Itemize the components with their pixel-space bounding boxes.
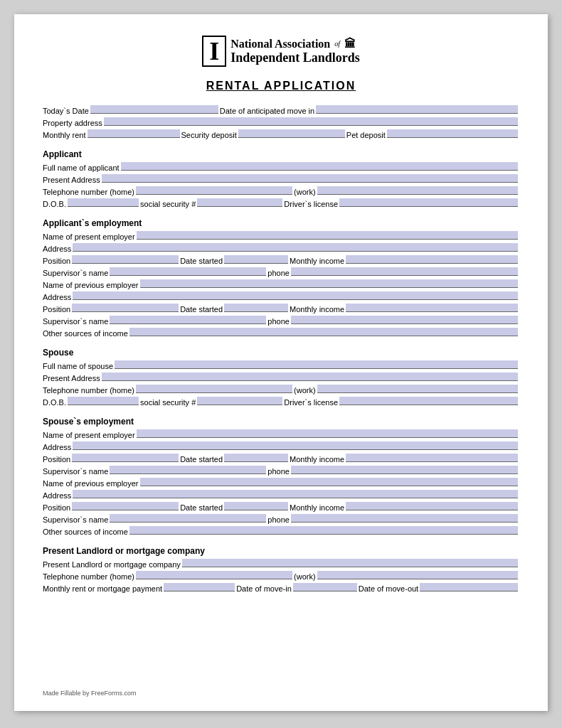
app-date-started-field[interactable]: [224, 255, 288, 264]
header: I National Association of 🏛 Independent …: [43, 36, 519, 67]
logo-of: of: [334, 40, 340, 48]
sp-other-income-field[interactable]: [129, 526, 518, 535]
landlord-movein-field[interactable]: [293, 583, 357, 592]
date-anticipated-label: Date of anticipated move in: [220, 107, 314, 115]
app-employer-field[interactable]: [137, 231, 518, 240]
app-prev-position-field[interactable]: [72, 304, 179, 312]
spouse-tel-home-label: Telephone number (home): [43, 386, 134, 395]
app-prev-date-started-field[interactable]: [224, 304, 288, 312]
sp-prev-monthly-income-label: Monthly income: [290, 503, 344, 512]
property-row: Property address: [43, 117, 519, 127]
sp-date-started-label: Date started: [180, 455, 223, 464]
landlord-company-label: Present Landlord or mortgage company: [43, 560, 181, 569]
applicant-tel-home-label: Telephone number (home): [43, 188, 134, 196]
app-prev-phone-field[interactable]: [291, 316, 518, 324]
sp-prev-employer-label: Name of previous employer: [43, 479, 139, 488]
sp-prev-phone-field[interactable]: [291, 514, 518, 523]
building-icon: 🏛: [344, 38, 356, 50]
app-position-label: Position: [43, 257, 70, 265]
logo: I National Association of 🏛 Independent …: [202, 36, 360, 67]
sp-date-started-field[interactable]: [224, 454, 288, 462]
app-supervisor-label: Supervisor`s name: [43, 269, 108, 277]
sp-phone-label: phone: [267, 467, 290, 476]
spouse-tel-work-label: (work): [294, 386, 316, 395]
sp-employer-label: Name of present employer: [43, 431, 135, 439]
monthly-rent-label: Monthly rent: [43, 131, 86, 139]
applicant-name-field[interactable]: [121, 162, 518, 171]
landlord-moveout-label: Date of move-out: [359, 584, 418, 593]
app-prev-monthly-income-field[interactable]: [346, 304, 518, 312]
sp-prev-phone-label: phone: [267, 515, 290, 524]
spouse-tel-work-field[interactable]: [317, 385, 518, 393]
landlord-payment-field[interactable]: [164, 583, 235, 592]
applicant-ssn-field[interactable]: [197, 198, 282, 207]
logo-text: National Association of 🏛 Independent La…: [230, 38, 360, 65]
sp-prev-position-label: Position: [43, 503, 70, 512]
sp-monthly-income-field[interactable]: [346, 454, 518, 462]
sp-prev-address-label: Address: [43, 491, 71, 500]
app-monthly-income-label: Monthly income: [290, 257, 344, 265]
app-prev-supervisor-label: Supervisor`s name: [43, 317, 108, 326]
sp-emp-address-field[interactable]: [73, 441, 518, 450]
app-emp-address-field[interactable]: [73, 243, 518, 252]
app-position-field[interactable]: [72, 255, 179, 264]
landlord-section: Present Landlord or mortgage company Pre…: [43, 546, 519, 593]
date-row: Today`s Date Date of anticipated move in: [43, 105, 519, 115]
landlord-tel-work-field[interactable]: [317, 571, 518, 579]
app-other-income-label: Other sources of income: [43, 329, 128, 338]
sp-position-label: Position: [43, 455, 70, 464]
app-supervisor-field[interactable]: [110, 267, 266, 276]
sp-phone-field[interactable]: [291, 466, 518, 474]
applicant-dob-field[interactable]: [68, 198, 139, 207]
sp-prev-supervisor-field[interactable]: [110, 514, 266, 523]
todays-date-field[interactable]: [90, 105, 218, 114]
spouse-dl-field[interactable]: [339, 397, 518, 405]
sp-employer-field[interactable]: [137, 429, 518, 438]
sp-prev-monthly-income-field[interactable]: [346, 502, 518, 510]
applicant-tel-work-field[interactable]: [317, 186, 518, 195]
landlord-company-field[interactable]: [182, 559, 518, 567]
sp-prev-date-started-field[interactable]: [224, 502, 288, 510]
pet-deposit-label: Pet deposit: [346, 131, 386, 139]
landlord-tel-home-field[interactable]: [136, 571, 292, 579]
sp-prev-position-field[interactable]: [72, 502, 179, 510]
sp-prev-employer-field[interactable]: [140, 478, 518, 486]
footer-text: Made Fillable by FreeForms.com: [43, 690, 137, 697]
sp-supervisor-label: Supervisor`s name: [43, 467, 108, 476]
spouse-address-label: Present Address: [43, 374, 100, 382]
sp-supervisor-field[interactable]: [110, 466, 266, 474]
app-employer-label: Name of present employer: [43, 232, 135, 241]
applicant-employment-section: Applicant`s employment Name of present e…: [43, 218, 519, 338]
security-deposit-label: Security deposit: [181, 131, 237, 139]
applicant-address-label: Present Address: [43, 176, 100, 184]
app-prev-employer-field[interactable]: [140, 279, 518, 288]
app-prev-supervisor-field[interactable]: [110, 316, 266, 324]
spouse-section: Spouse Full name of spouse Present Addre…: [43, 348, 519, 407]
app-prev-employer-label: Name of previous employer: [43, 281, 139, 289]
spouse-name-field[interactable]: [115, 360, 518, 369]
sp-prev-address-field[interactable]: [73, 490, 518, 498]
applicant-dl-field[interactable]: [339, 198, 518, 207]
app-other-income-field[interactable]: [129, 328, 518, 336]
spouse-tel-home-field[interactable]: [136, 385, 292, 393]
spouse-dob-field[interactable]: [68, 397, 139, 405]
applicant-tel-home-field[interactable]: [136, 186, 292, 195]
monthly-rent-field[interactable]: [88, 129, 180, 138]
spouse-ssn-label: social security #: [140, 398, 196, 407]
spouse-address-field[interactable]: [102, 373, 518, 381]
pet-deposit-field[interactable]: [387, 129, 518, 138]
applicant-section: Applicant Full name of applicant Present…: [43, 149, 519, 208]
date-anticipated-field[interactable]: [316, 105, 518, 114]
spouse-dob-label: D.O.B.: [43, 398, 66, 407]
security-deposit-field[interactable]: [238, 129, 345, 138]
app-prev-address-field[interactable]: [73, 291, 518, 300]
property-address-field[interactable]: [104, 117, 518, 126]
applicant-address-field[interactable]: [102, 174, 518, 183]
app-monthly-income-field[interactable]: [346, 255, 518, 264]
landlord-moveout-field[interactable]: [420, 583, 518, 592]
sp-position-field[interactable]: [72, 454, 179, 462]
todays-date-label: Today`s Date: [43, 107, 89, 115]
spouse-ssn-field[interactable]: [197, 397, 282, 405]
app-phone-field[interactable]: [291, 267, 518, 276]
logo-top: National Association: [230, 38, 330, 50]
